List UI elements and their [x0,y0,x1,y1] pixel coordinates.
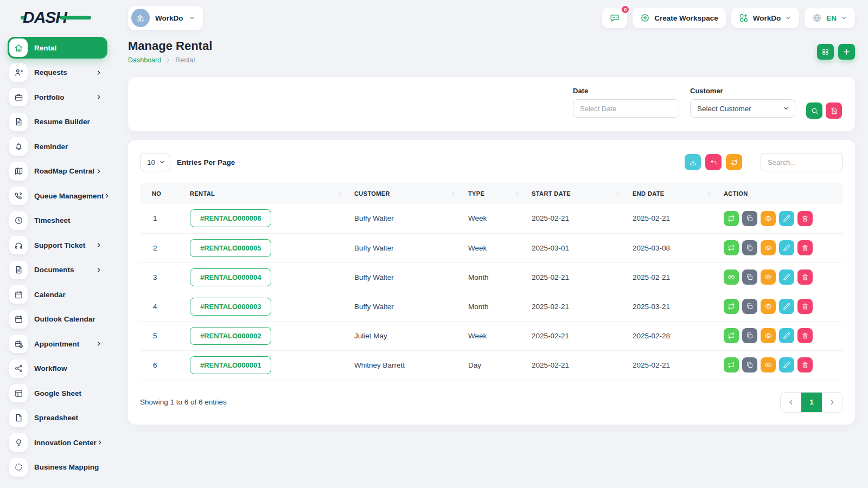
eye-action-button[interactable] [761,211,776,226]
pencil-action-button[interactable] [779,357,794,373]
breadcrumb-dashboard-link[interactable]: Dashboard [128,56,161,64]
sidebar-item-documents[interactable]: Documents [8,259,107,281]
clear-filter-button[interactable] [826,102,842,119]
copy-action-button[interactable] [742,240,757,255]
copy-icon [746,273,754,281]
eye-action-button[interactable] [761,328,776,343]
trash-icon [801,303,809,310]
sidebar-item-outlook-calendar[interactable]: Outlook Calendar [8,309,107,330]
repeat-action-button[interactable] [724,299,739,314]
rental-id-link[interactable]: #RENTALO000001 [190,356,271,374]
trash-action-button[interactable] [797,269,813,285]
sidebar-item-timesheet[interactable]: Timesheet [8,210,107,232]
sidebar-item-label: Rental [34,44,56,52]
cell-no: 5 [140,321,183,350]
entries-per-page-select[interactable]: 10 [140,153,170,171]
sheet-icon [14,389,23,398]
repeat-action-button[interactable] [724,211,739,226]
sidebar-item-label: Resume Builder [34,118,90,126]
workspace-selector[interactable]: WorkDo [128,6,203,30]
grid-view-button[interactable] [817,44,834,60]
trash-action-button[interactable] [797,299,813,314]
apply-filter-button[interactable] [806,102,822,119]
pencil-action-button[interactable] [779,240,794,255]
refresh-button[interactable] [726,154,742,170]
language-selector[interactable]: EN [805,8,855,28]
copy-action-button[interactable] [742,299,757,314]
calendar-icon [14,314,23,324]
trash-action-button[interactable] [797,328,813,343]
pagination-prev-button[interactable] [781,393,801,412]
sidebar-item-reminder[interactable]: Reminder [8,136,107,157]
eye-action-button[interactable] [761,357,776,373]
table-search-input[interactable] [761,153,843,171]
sidebar-item-roadmap-central[interactable]: RoadMap Central [8,160,107,182]
sidebar-item-business-mapping[interactable]: Business Mapping [8,457,107,478]
pencil-action-button[interactable] [779,299,794,314]
rental-id-link[interactable]: #RENTALO000002 [190,327,271,345]
building-icon [136,13,145,23]
eye-action-button[interactable] [761,299,776,314]
sidebar-item-calendar[interactable]: Calendar [8,284,107,305]
trash-action-button[interactable] [797,211,813,226]
copy-action-button[interactable] [742,328,757,343]
cell-type: Week [462,321,525,350]
rental-id-link[interactable]: #RENTALO000003 [190,298,271,316]
sidebar-item-innovation-center[interactable]: Innovation Center [8,432,107,453]
column-header-rental[interactable]: RENTAL↑↓ [183,183,348,204]
pencil-action-button[interactable] [779,211,794,226]
create-workspace-button[interactable]: Create Workspace [633,8,726,28]
eye-action-button[interactable] [761,240,776,255]
sidebar-item-appointment[interactable]: Appointment [8,333,107,355]
add-rental-button[interactable] [838,44,855,60]
sidebar-item-spreadsheet[interactable]: Spreadsheet [8,407,107,429]
rental-id-link[interactable]: #RENTALO000004 [190,268,271,286]
sidebar-item-queue-management[interactable]: Queue Management [8,185,107,207]
sidebar-item-google-sheet[interactable]: Google Sheet [8,382,107,404]
calendar-icon [14,290,23,299]
messages-button[interactable]: 0 [602,8,627,28]
repeat-action-button[interactable] [724,357,739,373]
repeat-action-button[interactable] [724,240,739,255]
pagination-page-1[interactable]: 1 [801,393,822,412]
column-header-customer[interactable]: CUSTOMER↑↓ [348,183,462,204]
copy-action-button[interactable] [742,211,757,226]
sidebar-item-support-ticket[interactable]: Support Ticket [8,234,107,256]
date-input[interactable] [573,99,679,118]
pagination-next-button[interactable] [822,393,843,412]
customer-label: Customer [690,87,795,95]
pencil-action-button[interactable] [779,328,794,343]
sidebar-item-rental[interactable]: Rental [8,37,107,59]
sidebar-item-workflow[interactable]: Workflow [8,358,107,380]
copy-action-button[interactable] [742,269,757,285]
bell-icon [14,142,23,151]
rental-id-link[interactable]: #RENTALO000005 [190,239,271,257]
export-button[interactable] [685,154,701,170]
cell-start-date: 2025-02-21 [525,292,626,321]
customer-select[interactable]: Select Customer [690,99,795,118]
sidebar-item-resume-builder[interactable]: Resume Builder [8,111,107,133]
sidebar-item-requests[interactable]: Requests [8,62,107,84]
cell-customer: Buffy Walter [348,292,462,321]
trash-action-button[interactable] [797,357,813,373]
copy-action-button[interactable] [742,357,757,373]
trash-action-button[interactable] [797,240,813,255]
apps-menu-button[interactable]: WorkDo [731,8,800,28]
file-text-icon [14,117,23,126]
column-header-end-date[interactable]: END DATE↑↓ [626,183,717,204]
date-field-group: Date [573,87,679,118]
cell-end-date: 2025-02-28 [626,321,717,350]
repeat-action-button[interactable] [724,328,739,343]
eye-action-button[interactable] [724,269,739,285]
brand-logo[interactable]: DASH [8,0,107,35]
column-header-start-date[interactable]: START DATE↑↓ [525,183,626,204]
pencil-action-button[interactable] [779,269,794,285]
table-body: 1 #RENTALO000006 Buffy Walter Week 2025-… [140,204,843,380]
column-header-type[interactable]: TYPE↑↓ [462,183,525,204]
sidebar-item-portfolio[interactable]: Portfolio [8,86,107,108]
eye-action-button[interactable] [761,269,776,285]
rental-id-link[interactable]: #RENTALO000006 [190,209,271,227]
table-header-row: NORENTAL↑↓CUSTOMER↑↓TYPE↑↓START DATE↑↓EN… [140,183,843,204]
undo-button[interactable] [705,154,722,170]
cell-type: Month [462,262,525,292]
